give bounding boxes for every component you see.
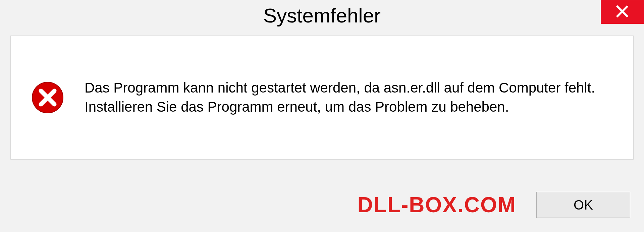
- close-icon: [615, 5, 629, 19]
- ok-button-label: OK: [574, 197, 593, 213]
- error-message: Das Programm kann nicht gestartet werden…: [85, 78, 620, 116]
- dialog-footer: DLL-BOX.COM OK: [0, 178, 644, 232]
- ok-button[interactable]: OK: [536, 192, 630, 218]
- watermark-text: DLL-BOX.COM: [358, 192, 517, 217]
- dialog-title: Systemfehler: [263, 4, 381, 27]
- title-bar: Systemfehler: [0, 0, 644, 31]
- message-panel: Das Programm kann nicht gestartet werden…: [10, 36, 634, 160]
- close-button[interactable]: [601, 0, 644, 24]
- error-icon: [31, 81, 64, 114]
